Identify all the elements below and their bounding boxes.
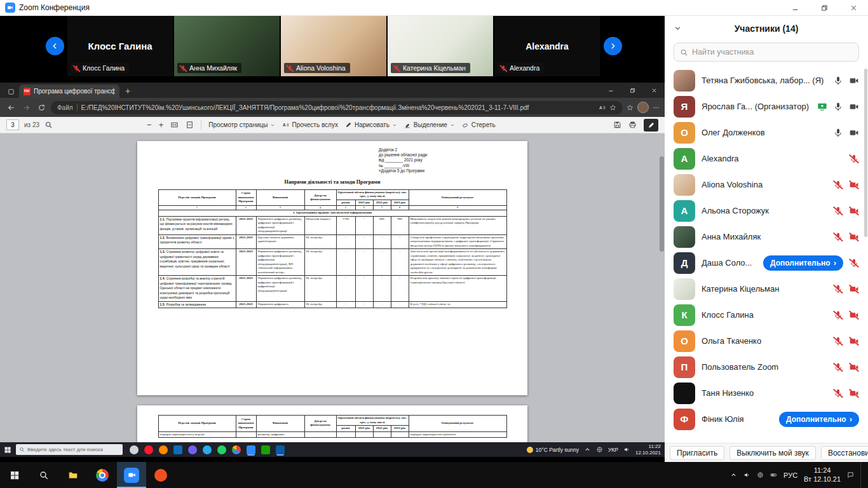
collapse-panel-icon[interactable] [674,24,682,32]
participant-list[interactable]: Тетяна Гжибовська, лабор... (Я) Я Яросла… [665,67,868,443]
network-icon[interactable] [596,446,603,453]
whatsapp-icon[interactable] [217,445,226,454]
volume-icon[interactable] [743,471,750,478]
shared-language-indicator[interactable]: УКР [608,447,618,453]
zoom-out-button[interactable]: − [147,121,152,129]
participant-row[interactable]: A Alexandra [665,146,868,172]
language-indicator[interactable]: РУС [783,471,797,479]
app-icon-orange[interactable] [146,462,175,488]
draw-button[interactable]: Нарисовать [345,121,397,128]
network-icon[interactable] [757,471,764,478]
camera-off-icon[interactable] [849,180,859,190]
battery-icon[interactable] [770,471,777,478]
browser-tab[interactable]: PDF Програма цифрової трансф... [19,85,119,98]
browser-profile-avatar[interactable] [637,102,649,113]
browser-minimize-button[interactable] [600,83,621,98]
mic-muted-icon[interactable] [833,180,843,190]
participant-row[interactable]: Анна Михайляк [665,224,868,250]
camera-off-icon[interactable] [849,284,859,294]
next-videos-button[interactable] [604,37,622,55]
taskbar-search-icon[interactable] [29,462,58,488]
video-tile[interactable]: Aliona Voloshina [281,16,386,76]
cortana-icon[interactable] [130,445,139,454]
page-number-input[interactable]: 3 [6,119,19,130]
participant-row[interactable]: Ф Фіник Юлія Дополнительно › [665,406,868,432]
show-desktop-button[interactable] [860,462,863,488]
shared-search-input[interactable]: Введите здесь текст для поиска [16,444,123,455]
file-explorer-icon[interactable] [58,462,88,488]
participant-row[interactable]: О Ольга Ткаченко [665,328,868,354]
browser-restore-button[interactable] [621,83,643,98]
edge-icon[interactable] [276,445,285,454]
fit-page-icon[interactable] [186,121,194,129]
action-center-icon[interactable] [847,471,854,478]
mic-icon[interactable] [833,102,843,112]
participant-row[interactable]: Я Ярослав Га... (Организатор) [665,93,868,119]
firefox-icon[interactable] [159,445,168,454]
more-options-button[interactable]: Дополнительно › [779,412,859,427]
video-tile[interactable]: Клосс Галина Клосс Галина [67,16,173,76]
page-view-menu[interactable]: Просмотр страницы [208,121,275,128]
participant-row[interactable]: Катерина Кіцельман [665,276,868,302]
camera-off-icon[interactable] [849,388,859,398]
video-tile[interactable]: Катерина Кіцельман [388,16,493,76]
camera-off-icon[interactable] [849,232,859,242]
participant-row[interactable]: Aliona Voloshina [665,172,868,198]
zoom-taskbar-icon[interactable] [117,462,146,488]
volume-icon[interactable] [623,446,630,453]
participant-row[interactable]: К Клосс Галина [665,302,868,328]
mic-muted-icon[interactable] [833,362,843,372]
mic-muted-icon[interactable] [849,154,859,164]
chrome-icon[interactable] [88,462,117,488]
search-document-icon[interactable] [44,121,53,129]
participant-row[interactable]: А Альона Сторожук [665,198,868,224]
invite-button[interactable]: Пригласить [670,446,724,460]
restore-status-button[interactable]: Восстановить стат... [821,446,868,460]
participant-row[interactable]: Таня Низенко [665,380,868,406]
restore-button[interactable] [810,0,839,15]
mic-muted-icon[interactable] [833,336,843,346]
browser-menu-icon[interactable] [653,104,660,111]
forward-icon[interactable] [20,102,32,113]
minimize-button[interactable] [780,0,810,15]
favorites-icon[interactable] [627,104,634,111]
camera-off-icon[interactable] [849,336,859,346]
browser-close-button[interactable] [643,83,665,98]
refresh-icon[interactable] [36,102,47,113]
chrome-icon[interactable] [232,445,241,454]
mic-muted-icon[interactable] [833,206,843,216]
pdf-canvas[interactable]: Додаток 2 до рішення обласної ради від _… [0,133,665,442]
camera-off-icon[interactable] [849,310,859,320]
annotation-pen-button[interactable] [644,119,658,132]
mic-icon[interactable] [833,128,843,138]
viber-icon[interactable] [188,445,197,454]
participant-row[interactable]: П Пользователь Zoom [665,354,868,380]
previous-videos-button[interactable] [46,37,64,55]
tab-list-icon[interactable] [4,85,18,98]
close-button[interactable] [839,0,868,15]
video-tile[interactable]: Alexandra Alexandra [494,16,600,76]
participant-row[interactable]: Д Даша Соло... Дополнительно › [665,250,868,276]
bookmark-star-icon[interactable] [609,104,616,111]
back-icon[interactable] [5,102,17,113]
camera-off-icon[interactable] [849,362,859,372]
shared-clock[interactable]: 11:22 12.10.2021 [635,444,661,456]
camera-off-icon[interactable] [849,206,859,216]
zoom-icon[interactable] [247,445,255,454]
print-icon[interactable] [628,121,637,129]
pdf-scrollbar[interactable] [660,156,664,252]
camera-icon[interactable] [849,128,859,138]
tray-chevron-up-icon[interactable] [730,471,737,478]
shared-start-icon[interactable] [4,446,11,454]
start-button[interactable] [0,462,29,488]
more-options-button[interactable]: Дополнительно › [763,255,843,271]
read-aloud-button[interactable]: Прочесть вслух [282,121,337,128]
erase-button[interactable]: Стереть [462,121,496,128]
mic-muted-icon[interactable] [849,258,859,268]
mic-muted-icon[interactable] [833,310,843,320]
video-tile[interactable]: Анна Михайляк [174,16,280,76]
highlight-button[interactable]: Выделение [404,121,455,128]
libreoffice-icon[interactable] [261,445,270,454]
zoom-in-button[interactable]: + [159,121,164,129]
participant-row[interactable]: О Олег Долженков [665,119,868,146]
